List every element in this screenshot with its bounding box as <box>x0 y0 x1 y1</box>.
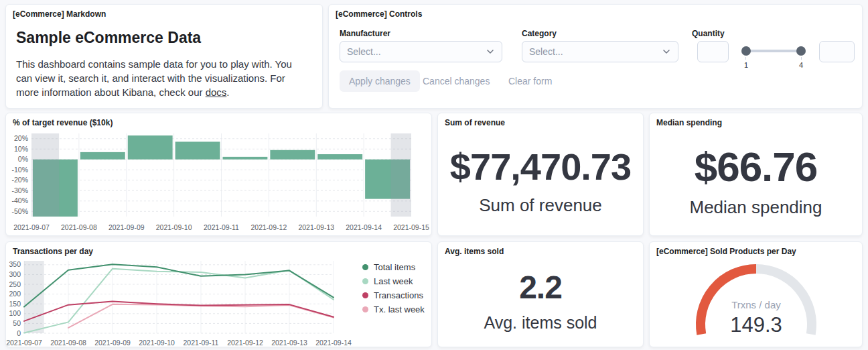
svg-text:2021-09-09: 2021-09-09 <box>94 339 131 347</box>
svg-text:2021-09-12: 2021-09-12 <box>251 223 287 231</box>
legend-dot-icon <box>362 292 368 298</box>
median-spending-value: $66.76 <box>695 146 818 188</box>
slider-max-label: 4 <box>799 61 803 69</box>
markdown-panel: [eCommerce] Markdown Sample eCommerce Da… <box>5 4 323 109</box>
svg-text:-10%: -10% <box>11 166 28 174</box>
chevron-down-icon <box>662 47 671 56</box>
controls-panel: [eCommerce] Controls Manufacturer Select… <box>328 4 863 109</box>
panel-title: Transactions per day <box>13 247 93 256</box>
svg-text:0%: 0% <box>18 155 28 163</box>
chart-legend: Total itemsLast weekTransactionsTx. last… <box>362 262 425 314</box>
clear-form-button[interactable]: Clear form <box>508 70 552 92</box>
svg-text:2021-09-08: 2021-09-08 <box>61 223 97 231</box>
avg-items-sold-panel: Avg. items sold 2.2 Avg. items sold <box>437 241 644 347</box>
quantity-max-input[interactable] <box>819 41 855 62</box>
kibana-dashboard: { "markdown_panel": { "title": "[eCommer… <box>0 0 868 350</box>
manufacturer-label: Manufacturer <box>340 29 390 38</box>
svg-text:0: 0 <box>17 329 21 337</box>
svg-text:200: 200 <box>9 290 21 298</box>
slider-track[interactable] <box>743 50 804 52</box>
legend-item[interactable]: Tx. last week <box>362 304 425 314</box>
docs-link[interactable]: docs <box>206 86 227 98</box>
sum-of-revenue-label: Sum of revenue <box>479 195 602 216</box>
quantity-label: Quantity <box>692 29 725 38</box>
sum-of-revenue-value: $77,470.73 <box>450 148 631 186</box>
target-revenue-bar-chart[interactable]: 20%10%0%-10%-20%-30%-40%-50%2021-09-0720… <box>6 128 432 236</box>
slider-handle-min[interactable] <box>741 46 751 56</box>
category-label: Category <box>522 29 557 38</box>
svg-text:2021-09-11: 2021-09-11 <box>184 339 219 347</box>
median-spending-panel: Median spending $66.76 Median spending <box>649 113 863 236</box>
sum-of-revenue-panel: Sum of revenue $77,470.73 Sum of revenue <box>437 113 644 236</box>
legend-label: Tx. last week <box>374 304 425 314</box>
legend-label: Last week <box>374 276 413 286</box>
panel-title: [eCommerce] Controls <box>336 9 422 19</box>
svg-text:100: 100 <box>9 309 21 317</box>
slider-min-label: 1 <box>744 61 748 69</box>
trxns-per-day-gauge[interactable]: Trxns / day149.3 <box>650 257 863 347</box>
panel-title: [eCommerce] Sold Products per Day <box>656 247 796 256</box>
legend-label: Transactions <box>374 290 423 300</box>
svg-text:20%: 20% <box>14 134 28 142</box>
svg-text:2021-09-13: 2021-09-13 <box>271 339 307 347</box>
apply-changes-button[interactable]: Apply changes <box>340 70 420 92</box>
svg-text:2021-09-15: 2021-09-15 <box>393 223 429 231</box>
transactions-line-chart[interactable]: 0501001502002503003502021-09-072021-09-0… <box>6 257 354 347</box>
svg-text:2021-09-11: 2021-09-11 <box>204 223 239 231</box>
svg-text:2021-09-10: 2021-09-10 <box>139 339 175 347</box>
manufacturer-select[interactable]: Select... <box>340 41 502 62</box>
markdown-text: This dashboard contains sample data for … <box>16 58 292 98</box>
metric: 2.2 Avg. items sold <box>438 257 643 347</box>
svg-text:-30%: -30% <box>11 186 28 194</box>
svg-text:2021-09-07: 2021-09-07 <box>13 223 50 231</box>
svg-text:-40%: -40% <box>11 196 28 205</box>
legend-item[interactable]: Transactions <box>362 290 425 300</box>
panel-title: [eCommerce] Markdown <box>13 9 106 19</box>
category-select[interactable]: Select... <box>522 41 678 62</box>
legend-dot-icon <box>362 306 368 312</box>
svg-text:-50%: -50% <box>11 207 28 215</box>
slider-handle-max[interactable] <box>796 46 806 56</box>
legend-label: Total items <box>374 262 415 272</box>
svg-text:2021-09-12: 2021-09-12 <box>227 339 263 347</box>
panel-title: % of target revenue ($10k) <box>13 118 113 127</box>
svg-text:50: 50 <box>13 319 21 327</box>
svg-text:10%: 10% <box>14 145 28 153</box>
svg-text:2021-09-10: 2021-09-10 <box>156 223 192 231</box>
svg-text:2021-09-08: 2021-09-08 <box>50 339 86 347</box>
svg-text:150: 150 <box>9 300 21 308</box>
markdown-body: This dashboard contains sample data for … <box>16 57 307 99</box>
panel-title: Median spending <box>656 118 722 127</box>
transactions-chart-panel: Transactions per day 0501001502002503003… <box>5 241 432 347</box>
svg-text:2021-09-13: 2021-09-13 <box>298 223 334 231</box>
svg-text:250: 250 <box>9 280 21 288</box>
avg-items-sold-label: Avg. items sold <box>484 313 597 333</box>
legend-dot-icon <box>362 278 368 284</box>
target-revenue-chart-panel: % of target revenue ($10k) 20%10%0%-10%-… <box>5 113 432 236</box>
svg-text:350: 350 <box>9 260 21 268</box>
manufacturer-placeholder: Select... <box>347 46 381 57</box>
svg-text:2021-09-07: 2021-09-07 <box>6 339 42 347</box>
avg-items-sold-value: 2.2 <box>519 272 562 304</box>
legend-item[interactable]: Last week <box>362 276 425 286</box>
metric: $66.76 Median spending <box>650 128 862 235</box>
legend-item[interactable]: Total items <box>362 262 425 272</box>
svg-text:2021-09-09: 2021-09-09 <box>108 223 145 231</box>
quantity-range-slider[interactable]: 1 4 <box>739 41 808 68</box>
slider-tick <box>801 57 802 60</box>
category-placeholder: Select... <box>529 46 563 57</box>
svg-text:Trxns / day: Trxns / day <box>731 299 781 310</box>
svg-text:2021-09-14: 2021-09-14 <box>346 223 382 231</box>
panel-title: Sum of revenue <box>445 118 505 127</box>
median-spending-label: Median spending <box>689 197 822 218</box>
metric: $77,470.73 Sum of revenue <box>438 128 643 235</box>
cancel-changes-button[interactable]: Cancel changes <box>423 70 490 92</box>
slider-tick <box>745 57 746 60</box>
markdown-heading: Sample eCommerce Data <box>16 29 201 47</box>
panel-title: Avg. items sold <box>445 247 504 256</box>
quantity-min-input[interactable] <box>697 41 729 62</box>
sold-products-gauge-panel: [eCommerce] Sold Products per Day Trxns … <box>649 241 863 347</box>
svg-text:2021-09-14: 2021-09-14 <box>315 339 352 347</box>
svg-text:149.3: 149.3 <box>730 313 782 337</box>
markdown-text-end: . <box>226 86 229 98</box>
